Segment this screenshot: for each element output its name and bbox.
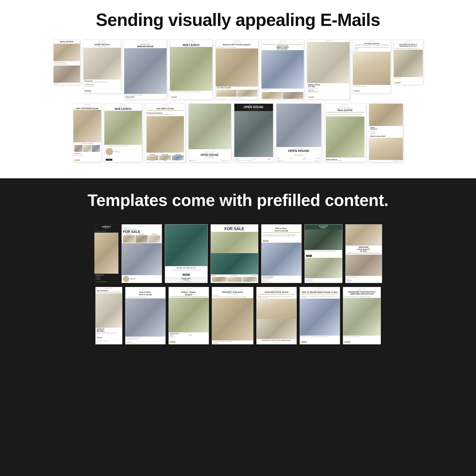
- template-card-new-launch-2[interactable]: June 20, 2024 NEWSLETTER NEW LAUNCH Lore…: [104, 103, 142, 162]
- template-card-agency[interactable]: AGENCY TRUSTED TOP LISTING THIS MONTH Ex…: [94, 224, 119, 283]
- mid-section: Templates come with prefilled content.: [0, 178, 476, 222]
- template-card-real-estate[interactable]: REAL ESTATE MODERN FURNITURELorem ipsum …: [53, 40, 80, 85]
- template-card-quality-life[interactable]: IMPROVINGYOUR QUALITYOF LIFE. Lorem ipsu…: [345, 224, 382, 283]
- template-card-newsletter-open-house[interactable]: NEWSLETTER OPEN HOUSE 123 Example Street…: [234, 103, 273, 162]
- template-card-dream-house[interactable]: June 20, 2024 NEWSLETTER Get Your Own DR…: [124, 40, 167, 100]
- template-card-sell-property[interactable]: June 20, 2024 NEWSLETTER Would you like …: [216, 40, 258, 100]
- template-card-check-listings[interactable]: June 20, 2024 NEWSLETTER CHECK OUT OURNE…: [261, 40, 304, 100]
- template-card-luxury-for-sale-2[interactable]: LUXURIOUS HOUSE FOR SALE KITCHENLIVING R…: [211, 224, 258, 283]
- template-card-insights[interactable]: June 20, 2024 THIS WEEK'S INSIGHTS Lorem…: [353, 40, 391, 93]
- template-card-new-launch[interactable]: June 20, 2024 NEWSLETTER NEW LAUNCH Lore…: [170, 40, 213, 100]
- template-card-transform-space[interactable]: June 20, 2024 NEWSLETTER TRANSFORM YOUR …: [343, 287, 381, 344]
- template-card-beautiful-space[interactable]: June 20, 2024 NEWSLETTER YOUR BEAUTIFUL …: [256, 287, 297, 344]
- template-card-increasing-price[interactable]: June 20, 2024 NEWSLETTER THE INCREASING …: [393, 40, 423, 85]
- template-row-2: June 20, 2024 NEWSLETTER OWN YOUR DREAM …: [7, 103, 469, 162]
- mid-title: Templates come with prefilled content.: [7, 190, 469, 210]
- template-card-modern-house[interactable]: June 20, 2024 Modern HouseFor Sale Lorem…: [307, 40, 350, 100]
- template-card-our-new-listing[interactable]: June 20, 2024 NEWSLETTER OUR NEW LISTING…: [145, 103, 186, 162]
- template-card-buy-rent-1[interactable]: NEWSLETTER Buy or Rent:Time to Decide Yo…: [261, 224, 302, 283]
- template-row-4: NEWSLETTER Tips & References NEWSLETTERB…: [7, 287, 469, 344]
- template-row-1: REAL ESTATE MODERN FURNITURELorem ipsum …: [7, 40, 469, 100]
- main-title: Sending visually appealing E-Mails: [7, 10, 469, 30]
- template-card-house-for-sale[interactable]: June 20, 2024 NEWSLETTER HOUSE FOR SALE …: [83, 40, 121, 93]
- template-card-open-house-featured[interactable]: NEWSLETTER OPEN HOUSE Colorado 94 1000, …: [276, 103, 322, 162]
- template-card-buy-rent-2[interactable]: June 20, 2024 NEWSLETTER Buy or Rent:Tim…: [125, 287, 166, 344]
- template-card-how-to-decide[interactable]: June 20, 2024 NEWSLETTER HOW TO DECIDE W…: [300, 287, 340, 344]
- template-card-modern-simple-elegant[interactable]: June 20, 2024 NEWSLETTER Modern, Simple,…: [169, 287, 209, 344]
- template-card-luxury-for-sale[interactable]: June 20, 2024 NEWSLETTER LUXURIOUS HOUSE…: [121, 224, 162, 283]
- template-card-own-dream[interactable]: June 20, 2024 NEWSLETTER OWN YOUR DREAM …: [73, 103, 101, 162]
- template-card-single-residence[interactable]: SingleResidence • 4 bedrooms• 3 bathroom…: [369, 103, 403, 162]
- top-section: Sending visually appealing E-Mails REAL …: [0, 0, 476, 178]
- template-card-real-estate-agency[interactable]: REAL ESTATEAGENCY Lorem ipsum dolor sit …: [305, 224, 342, 283]
- template-row-3: AGENCY TRUSTED TOP LISTING THIS MONTH Ex…: [7, 224, 469, 283]
- template-card-new-offers[interactable]: We have new offers for you Lorem ipsum d…: [165, 224, 208, 283]
- template-card-open-house-1[interactable]: June 01, 2024 NEWSLETTER OPEN HOUSE Colo…: [188, 103, 231, 162]
- template-card-real-estate-minimalist[interactable]: June 20, 2024 NEWSLETTER MINIMALIST DESI…: [324, 103, 366, 162]
- bottom-section: AGENCY TRUSTED TOP LISTING THIS MONTH Ex…: [0, 222, 476, 360]
- template-card-property-for-sale[interactable]: June 20, 2024 NEWSLETTER PROPERTY FOR SA…: [212, 287, 254, 344]
- template-card-tips-references[interactable]: NEWSLETTER Tips & References NEWSLETTERB…: [95, 287, 122, 344]
